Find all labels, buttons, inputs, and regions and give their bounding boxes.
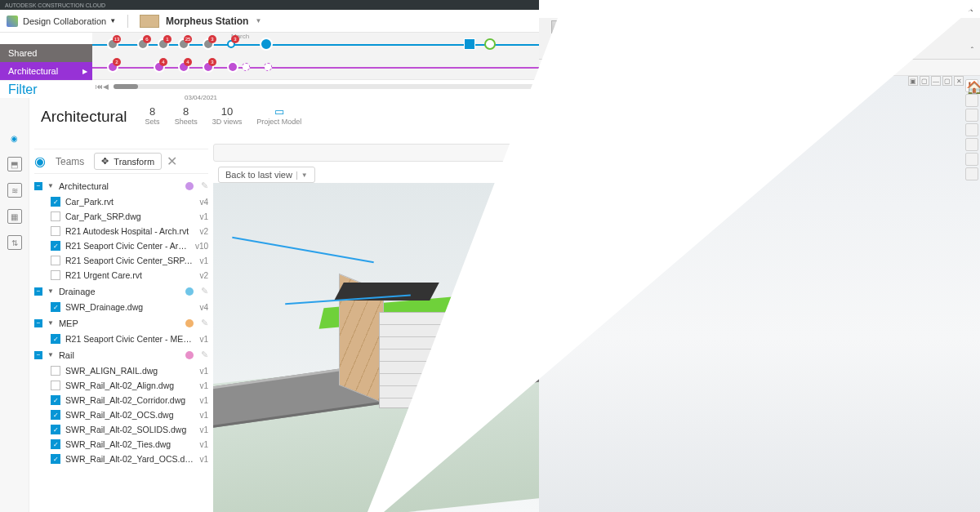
design-collab-menu[interactable]: Design Collaboration▼	[23, 16, 116, 26]
timeline-row-shared[interactable]: Shared	[0, 44, 92, 62]
left-icon-rail: ◉ ⬒ ≋ ▦ ⇅	[0, 98, 29, 512]
home-icon[interactable]: 🏠	[965, 79, 978, 92]
restore-icon[interactable]: ▣	[908, 76, 918, 86]
timeline-placeholder[interactable]	[264, 63, 272, 71]
graphics-area[interactable]: ▣ ▢ — ▢ ✕ 🏠	[539, 76, 980, 512]
ribbon-item[interactable]: UpdateSpeedPakSubassemblies	[666, 18, 724, 59]
stats-row: 8Sets8Sheets103D views▭Project Model	[142, 105, 302, 126]
maximize-icon[interactable]: ▢	[951, 4, 960, 14]
move-icon: ✥	[101, 156, 109, 167]
tree-group[interactable]: −▼MEP✎	[34, 314, 208, 332]
restore-icon[interactable]: ▢	[920, 76, 929, 86]
tree-file[interactable]: ✓SWR_Rail_Alt-02_Corridor.dwgv1	[34, 393, 208, 407]
tree-file[interactable]: ✓SWR_Drainage.dwgv4	[34, 300, 208, 314]
transfer-icon[interactable]: ⇅	[7, 235, 22, 250]
eye-icon[interactable]: ◉	[34, 154, 46, 169]
close-icon[interactable]: ✕	[167, 154, 177, 169]
library-icon[interactable]	[965, 109, 978, 122]
view-icon[interactable]	[965, 123, 978, 136]
autodesk-brand-bar: AUTODESK CONSTRUCTION CLOUD	[0, 0, 572, 10]
tool-icon[interactable]	[609, 62, 621, 73]
resources-icon[interactable]	[965, 94, 978, 107]
app-logo	[7, 16, 18, 27]
properties-icon[interactable]	[965, 153, 978, 166]
tree-file[interactable]: ✓SWR_Rail_Alt-02_Yard_OCS.dwgv1	[34, 452, 208, 466]
tree-file[interactable]: ✓R21 Seaport Civic Center - MEP.rvtv1	[34, 332, 208, 346]
ribbon-item[interactable]: ExplodedView	[581, 18, 624, 59]
search-input[interactable]	[810, 5, 888, 13]
viewport-3d[interactable]	[213, 183, 572, 512]
timeline-scroll[interactable]: ⏮ ◀ ▶ 03/04/2021	[92, 80, 572, 93]
tree-panel: ◉ Teams ✥ Transform ✕ −▼Architectural✎✓C…	[29, 142, 213, 512]
timeline-node-current[interactable]	[260, 38, 273, 51]
timeline-row-arch[interactable]: Architectural▶	[0, 62, 92, 80]
user-icon[interactable]: ◯	[906, 4, 916, 14]
tool-icon[interactable]	[658, 62, 670, 73]
mdi-controls: ▣ ▢ — ▢ ✕	[908, 76, 964, 86]
project-model-link[interactable]: ▭Project Model	[256, 105, 301, 126]
autodesk-app: AUTODESK CONSTRUCTION CLOUD Design Colla…	[0, 0, 572, 512]
tool-icon[interactable]	[544, 62, 555, 73]
tree-file[interactable]: ✓SWR_Rail_Alt-02_OCS.dwgv1	[34, 407, 208, 422]
timeline-tracks[interactable]: March 13 6 1 25 3 3 2 4 4	[92, 33, 572, 80]
tree-group[interactable]: −▼Rail✎	[34, 346, 208, 363]
chevron-down-icon[interactable]: ▼	[301, 171, 308, 179]
help-icon[interactable]: ?	[921, 4, 931, 14]
tree-file[interactable]: ✓R21 Seaport Civic Center - Arch.rvtv10	[34, 238, 208, 253]
scrollbar[interactable]	[114, 84, 558, 89]
main-area: ◉ ⬒ ≋ ▦ ⇅ Architectural 8Sets8Sheets103D…	[0, 98, 572, 512]
tool-icon[interactable]	[560, 62, 572, 73]
forum-icon[interactable]	[965, 167, 978, 180]
row-label: Architectural	[8, 66, 58, 76]
tree-file[interactable]: ✓SWR_Rail_Alt-02_SOLIDS.dwgv1	[34, 422, 208, 437]
tree-file[interactable]: SWR_Rail_Alt-02_Align.dwgv1	[34, 378, 208, 393]
tool-icon[interactable]	[593, 62, 604, 73]
tool-icon[interactable]	[642, 62, 653, 73]
tree-group[interactable]: −▼Drainage✎	[34, 283, 208, 300]
command-search[interactable]: ⌕ Q▾	[796, 2, 902, 16]
ribbon-item[interactable]: Instant3D	[624, 18, 666, 59]
minimize-icon[interactable]: —	[936, 4, 946, 14]
tree-group[interactable]: −▼Architectural✎	[34, 177, 208, 194]
search-dropdown-icon[interactable]: Q▾	[888, 6, 901, 13]
project-selector[interactable]: Morpheus Station ▼	[140, 15, 261, 28]
ribbon-item[interactable]: BillofMaterials	[539, 18, 581, 59]
back-label: Back to last view	[225, 170, 292, 180]
project-name: Morpheus Station	[166, 16, 248, 27]
timeline-milestone[interactable]	[464, 38, 475, 50]
tree-file[interactable]: R21 Seaport Civic Center_SRP.dwgv1	[34, 253, 208, 268]
chart-icon[interactable]: ⬒	[7, 157, 22, 171]
ribbon-item[interactable]: LargeAssemblySettings	[767, 18, 809, 59]
timeline-node[interactable]	[227, 61, 238, 73]
panel-title: Architectural	[41, 108, 127, 126]
timeline-date: 03/04/2021	[185, 94, 217, 101]
back-button[interactable]: Back to last view | ▼	[218, 167, 315, 183]
timeline-open[interactable]	[484, 38, 496, 50]
close-icon[interactable]: ✕	[965, 4, 975, 14]
tree-file[interactable]: ✓SWR_Rail_Alt-02_Ties.dwgv1	[34, 437, 208, 452]
tool-icon[interactable]	[577, 62, 588, 73]
tree-file[interactable]: Car_Park_SRP.dwgv1	[34, 209, 208, 224]
tree-file[interactable]: ✓Car_Park.rvtv4	[34, 194, 208, 209]
grid-icon[interactable]: ▦	[7, 209, 22, 224]
tree-file[interactable]: R21 Urgent Care.rvtv2	[34, 268, 208, 283]
tool-icon[interactable]	[626, 62, 637, 73]
row-label: Shared	[8, 48, 37, 58]
step-back-icon[interactable]: ⏮	[96, 82, 103, 91]
filter-button[interactable]: Filter	[0, 80, 92, 98]
timeline: . Shared Architectural▶ March 13 6 1 25 …	[0, 33, 572, 80]
eye-icon[interactable]: ◉	[7, 131, 22, 145]
minimize-icon[interactable]: —	[931, 76, 941, 86]
tool-icon[interactable]	[675, 62, 686, 73]
maximize-icon[interactable]: ▢	[942, 76, 952, 86]
tree-file[interactable]: SWR_ALIGN_RAIL.dwgv1	[34, 363, 208, 378]
transform-chip[interactable]: ✥ Transform	[94, 153, 162, 170]
collapse-ribbon-icon[interactable]: ˆ	[964, 43, 980, 59]
layers-icon[interactable]: ≋	[7, 183, 22, 198]
close-icon[interactable]: ✕	[954, 76, 964, 86]
timeline-placeholder[interactable]	[242, 63, 250, 71]
appearance-icon[interactable]	[965, 138, 978, 151]
step-fwd-icon[interactable]: ◀	[103, 82, 109, 91]
tree-file[interactable]: R21 Autodesk Hospital - Arch.rvtv2	[34, 224, 208, 238]
ribbon-item[interactable]: TakeSnapshot	[724, 18, 767, 59]
